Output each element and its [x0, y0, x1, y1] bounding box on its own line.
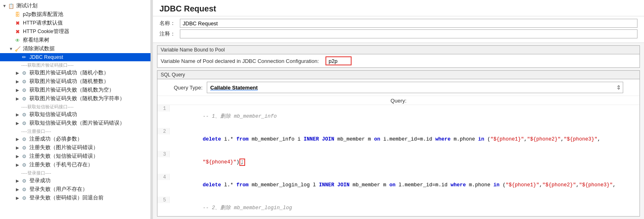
panel-title: JDBC Request	[153, 0, 644, 16]
sidebar-item-img-verify-3[interactable]: ▶ ⚙ 获取图片验证码失败（随机数为空）	[0, 86, 150, 94]
name-label: 名称：	[159, 20, 180, 27]
sidebar-item-label: p2p数据库配置池	[23, 11, 149, 18]
sql-section-title: SQL Query	[157, 71, 640, 79]
str-phone3: "${phone3}"	[579, 182, 613, 188]
comment-text: -- 2、删除 mb_member_login_log	[203, 205, 292, 211]
gear-icon: ⚙	[20, 70, 28, 76]
line-number: 5	[157, 197, 170, 203]
sidebar-item-clear-data[interactable]: ▼ 🧹 清除测试数据	[0, 45, 150, 53]
comment-row: 注释：	[159, 29, 637, 38]
keyword-from: from	[237, 136, 249, 142]
line-content[interactable]: delete i.* from mb_member_info i INNER J…	[170, 128, 640, 151]
pool-input[interactable]	[325, 56, 352, 65]
name-row: 名称：	[159, 19, 637, 28]
code-line-2: 2 delete i.* from mb_member_info i INNER…	[157, 128, 640, 151]
query-type-value-text: Callable Statement	[210, 85, 258, 91]
sidebar-item-http-defaults[interactable]: ✖ HTTP请求默认值	[0, 19, 150, 27]
sidebar-item-img-verify-2[interactable]: ▶ ⚙ 获取图片验证码成功（随机整数）	[0, 77, 150, 86]
expand-arrow: ▶	[15, 196, 20, 200]
sidebar-item-reg-2[interactable]: ▶ ⚙ 注册失败（图片验证码错误）	[0, 143, 150, 152]
sidebar-item-reg-3[interactable]: ▶ ⚙ 注册失败（短信验证码错误）	[0, 152, 150, 161]
expand-arrow: ▼	[2, 4, 7, 8]
sidebar-item-label: 测试计划	[16, 2, 149, 9]
form-section: 名称： 注释：	[153, 16, 644, 43]
gear-icon: ⚙	[20, 120, 28, 127]
sidebar-item-login-3[interactable]: ▶ ⚙ 登录失败（密码错误）回退台前	[0, 194, 150, 202]
sidebar-item-sms-2[interactable]: ▶ ⚙ 获取短信验证码失败（图片验证码错误）	[0, 119, 150, 127]
sidebar-item-label: 注册失败（图片验证码错误）	[29, 144, 149, 151]
sidebar-item-jdbc-request[interactable]: ✏ JDBC Request	[0, 53, 150, 61]
broom-icon: 🧹	[14, 46, 21, 52]
sidebar-item-sms-1[interactable]: ▶ ⚙ 获取短信验证码成功	[0, 110, 150, 119]
variable-section-title: Variable Name Bound to Pool	[157, 46, 640, 54]
separator-register: ----注册接口----	[0, 127, 150, 135]
expand-arrow: ▶	[15, 163, 20, 167]
sidebar-item-label: HTTP Cookie管理器	[23, 28, 149, 35]
line-content[interactable]: -- 1、删除 mb_member_info	[170, 105, 640, 128]
keyword-delete: delete	[203, 136, 221, 142]
keyword-in: in	[478, 136, 484, 142]
sidebar-item-db[interactable]: 🗄 p2p数据库配置池	[0, 10, 150, 19]
str-phone3: "${phone3}"	[564, 136, 598, 142]
code-line-5: 5 -- 2、删除 mb_member_login_log	[157, 197, 640, 216]
variable-section: Variable Name Bound to Pool Variable Nam…	[157, 45, 640, 68]
sidebar-item-label: 注册成功（必填参数）	[29, 136, 149, 143]
sidebar-item-cookie[interactable]: ✖ HTTP Cookie管理器	[0, 27, 150, 36]
query-type-select[interactable]: Callable Statement ⇕	[207, 82, 623, 93]
gear-icon: ⚙	[20, 96, 28, 102]
expand-arrow: ▶	[15, 121, 20, 125]
sidebar-item-label: JDBC Request	[29, 54, 149, 60]
sidebar-item-reg-1[interactable]: ▶ ⚙ 注册成功（必填参数）	[0, 135, 150, 143]
gear-icon: ⚙	[20, 145, 28, 151]
expand-arrow: ▶	[15, 96, 20, 101]
keyword-on: on	[374, 136, 380, 142]
gear-icon: ⚙	[20, 178, 28, 184]
keyword-in: in	[494, 182, 500, 188]
gear-icon: ⚙	[20, 162, 28, 168]
sidebar-item-label: 获取图片验证码成功（随机小数）	[29, 69, 149, 76]
expand-arrow: ▶	[15, 71, 20, 75]
gear-icon: ⚙	[20, 78, 28, 85]
sidebar-item-label: 登录成功	[29, 177, 149, 184]
eye-icon: 👁	[14, 37, 21, 44]
x-icon: ✖	[14, 29, 21, 35]
expand-arrow: ▼	[8, 47, 14, 51]
expand-arrow: ▶	[15, 187, 20, 192]
sidebar-item-label: 清除测试数据	[23, 45, 149, 52]
expand-arrow: ▶	[15, 145, 20, 150]
sql-code-editor[interactable]: 1 -- 1、删除 mb_member_info 2 delete i.* fr…	[157, 105, 640, 216]
query-label: Query:	[157, 96, 640, 105]
line-number: 3	[157, 151, 170, 157]
comment-input[interactable]	[180, 29, 637, 38]
sidebar-item-result-tree[interactable]: 👁 察看结果树	[0, 36, 150, 45]
str-phone1: "${phone1}"	[490, 136, 524, 142]
str-phone1: "${phone1}"	[506, 182, 540, 188]
separator-login: ----登录接口----	[0, 169, 150, 177]
sidebar-item-login-1[interactable]: ▶ ⚙ 登录成功	[0, 177, 150, 185]
sidebar-item-label: HTTP请求默认值	[23, 20, 149, 27]
sidebar-item-plan[interactable]: ▼ 📋 测试计划	[0, 2, 150, 10]
db-icon: 🗄	[14, 11, 21, 18]
left-tree-panel[interactable]: ▼ 📋 测试计划 🗄 p2p数据库配置池 ✖ HTTP请求默认值 ✖ HTTP …	[0, 0, 151, 219]
line-number: 1	[157, 105, 170, 112]
right-content-panel: JDBC Request 名称： 注释： Variable Name Bound…	[153, 0, 644, 219]
name-input[interactable]	[180, 19, 637, 28]
sidebar-item-label: 获取图片验证码成功（随机整数）	[29, 78, 149, 85]
sidebar-item-login-2[interactable]: ▶ ⚙ 登录失败（用户不存在）	[0, 185, 150, 194]
sidebar-item-reg-4[interactable]: ▶ ⚙ 注册失败（手机号已存在）	[0, 161, 150, 169]
gear-icon: ⚙	[20, 136, 28, 143]
query-type-label: Query Type:	[174, 85, 203, 91]
keyword-where: where	[435, 136, 451, 142]
gear-icon: ⚙	[20, 186, 28, 193]
sidebar-item-img-verify-4[interactable]: ▶ ⚙ 获取图片验证码失败（随机数为字符串）	[0, 94, 150, 103]
line-content[interactable]: "${phone4}");	[170, 151, 640, 174]
keyword-delete: delete	[203, 182, 221, 188]
expand-arrow: ▶	[15, 154, 20, 159]
line-content[interactable]: -- 2、删除 mb_member_login_log	[170, 197, 640, 216]
x-icon: ✖	[14, 20, 21, 27]
sidebar-item-label: 获取短信验证码失败（图片验证码错误）	[29, 120, 149, 127]
sidebar-item-img-verify-1[interactable]: ▶ ⚙ 获取图片验证码成功（随机小数）	[0, 69, 150, 77]
gear-icon: ⚙	[20, 87, 28, 94]
keyword-on: on	[389, 182, 396, 188]
line-content[interactable]: delete l.* from mb_member_login_log l IN…	[170, 174, 640, 197]
